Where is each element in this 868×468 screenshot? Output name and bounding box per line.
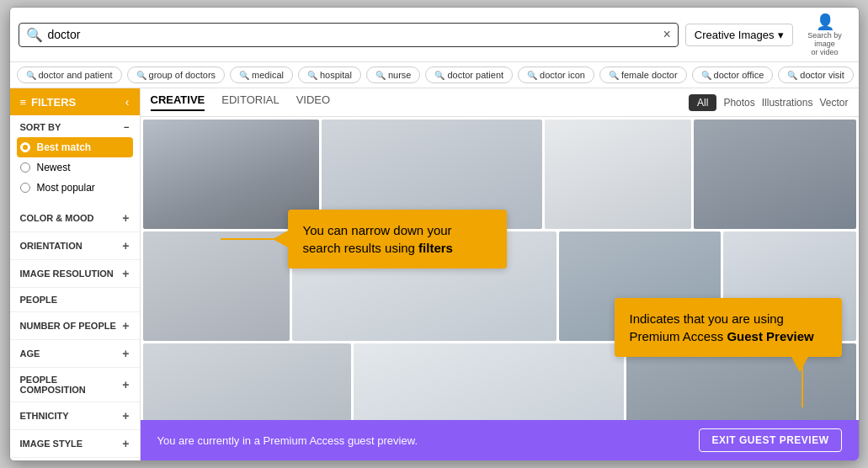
creative-images-dropdown[interactable]: Creative Images ▾ bbox=[685, 24, 793, 46]
tooltip-connector-bottom bbox=[801, 357, 803, 407]
tabs-right: All Photos Illustrations Vector bbox=[689, 94, 848, 111]
premium-tooltip: Indicates that you are using Premium Acc… bbox=[615, 298, 842, 357]
image-resolution-expand-icon: + bbox=[122, 267, 129, 280]
view-illustrations-button[interactable]: Illustrations bbox=[762, 97, 813, 109]
filters-header-left: ≡ FILTERS bbox=[20, 96, 77, 109]
premium-bold: Guest Preview bbox=[727, 329, 813, 343]
premium-banner-message: You are currently in a Premium Access gu… bbox=[157, 434, 418, 447]
image-grid: You can narrow down your search results … bbox=[141, 117, 859, 460]
search-clear-button[interactable]: × bbox=[663, 27, 671, 42]
image-resolution-header[interactable]: IMAGE RESOLUTION + bbox=[20, 267, 130, 280]
image-style-expand-icon: + bbox=[122, 437, 129, 450]
content-area: CREATIVE EDITORIAL VIDEO All Photos Illu… bbox=[141, 88, 859, 460]
tab-creative[interactable]: CREATIVE bbox=[151, 93, 205, 111]
number-of-people-section: NUMBER OF PEOPLE + bbox=[10, 312, 140, 340]
tag-group-of-doctors[interactable]: 🔍group of doctors bbox=[127, 66, 226, 83]
ethnicity-section: ETHNICITY + bbox=[10, 402, 140, 430]
people-header: PEOPLE bbox=[20, 295, 130, 305]
ethnicity-expand-icon: + bbox=[122, 409, 129, 423]
sort-best-match[interactable]: Best match bbox=[17, 137, 133, 157]
sort-by-label: SORT BY bbox=[20, 122, 61, 132]
tab-video[interactable]: VIDEO bbox=[296, 93, 330, 111]
people-composition-header[interactable]: PEOPLE COMPOSITION + bbox=[20, 375, 130, 395]
filters-tooltip: You can narrow down your search results … bbox=[288, 210, 507, 269]
age-header[interactable]: AGE + bbox=[20, 347, 130, 360]
people-composition-section: PEOPLE COMPOSITION + bbox=[10, 368, 140, 402]
tooltip-bottom-arrow bbox=[791, 357, 808, 372]
image-5[interactable] bbox=[143, 231, 290, 341]
orientation-section: ORIENTATION + bbox=[10, 232, 140, 260]
filters-header: ≡ FILTERS ‹ bbox=[10, 88, 140, 115]
search-by-image-label: Search by imageor video bbox=[800, 31, 850, 56]
tooltip-connector-left bbox=[221, 238, 288, 240]
tag-doctor-and-patient[interactable]: 🔍doctor and patient bbox=[17, 66, 122, 83]
number-of-people-expand-icon: + bbox=[122, 319, 129, 332]
filters-tooltip-text: You can narrow down your search results … bbox=[303, 223, 453, 255]
filters-bold: filters bbox=[418, 241, 453, 255]
tag-medical[interactable]: 🔍medical bbox=[230, 66, 293, 83]
main-content: ≡ FILTERS ‹ SORT BY − Best match Newest bbox=[10, 88, 859, 460]
image-style-header[interactable]: IMAGE STYLE + bbox=[20, 437, 130, 450]
sort-newest[interactable]: Newest bbox=[17, 157, 133, 178]
age-expand-icon: + bbox=[122, 347, 129, 360]
sort-most-popular[interactable]: Most popular bbox=[17, 178, 133, 198]
search-bar: 🔍 × Creative Images ▾ 👤 Search by imageo… bbox=[10, 8, 859, 62]
sort-by-section: SORT BY − bbox=[10, 115, 140, 136]
people-section: PEOPLE bbox=[10, 288, 140, 312]
chevron-down-icon: ▾ bbox=[778, 29, 784, 41]
tag-bar: 🔍doctor and patient 🔍group of doctors 🔍m… bbox=[10, 62, 859, 88]
premium-tooltip-text: Indicates that you are using Premium Acc… bbox=[630, 311, 814, 343]
tag-doctor-icon[interactable]: 🔍doctor icon bbox=[518, 66, 594, 83]
image-resolution-section: IMAGE RESOLUTION + bbox=[10, 260, 140, 288]
tag-female-doctor[interactable]: 🔍female doctor bbox=[599, 66, 687, 83]
main-window: 🔍 × Creative Images ▾ 👤 Search by imageo… bbox=[9, 7, 860, 461]
color-mood-header[interactable]: COLOR & MOOD + bbox=[20, 211, 130, 225]
filter-icon: ≡ bbox=[20, 96, 27, 109]
color-mood-expand-icon: + bbox=[122, 211, 129, 225]
image-style-section: IMAGE STYLE + bbox=[10, 430, 140, 458]
image-4[interactable] bbox=[694, 120, 855, 229]
radio-newest bbox=[20, 162, 30, 173]
view-photos-button[interactable]: Photos bbox=[723, 97, 754, 109]
search-by-image-button[interactable]: 👤 Search by imageor video bbox=[800, 13, 850, 56]
creative-images-label: Creative Images bbox=[695, 29, 775, 41]
tag-doctor-visit[interactable]: 🔍doctor visit bbox=[778, 66, 854, 83]
image-3[interactable] bbox=[545, 120, 692, 229]
tag-doctor-patient[interactable]: 🔍doctor patient bbox=[425, 66, 513, 83]
tag-nurse[interactable]: 🔍nurse bbox=[366, 66, 421, 83]
tag-doctor-office[interactable]: 🔍doctor office bbox=[692, 66, 774, 83]
view-all-button[interactable]: All bbox=[689, 94, 716, 111]
age-section: AGE + bbox=[10, 340, 140, 368]
people-composition-expand-icon: + bbox=[122, 378, 129, 391]
tab-editorial[interactable]: EDITORIAL bbox=[221, 93, 279, 111]
search-input[interactable] bbox=[48, 28, 658, 41]
content-tabs: CREATIVE EDITORIAL VIDEO All Photos Illu… bbox=[141, 88, 859, 117]
exit-guest-preview-button[interactable]: EXIT GUEST PREVIEW bbox=[699, 428, 841, 452]
orientation-expand-icon: + bbox=[122, 239, 129, 253]
camera-icon: 👤 bbox=[816, 13, 834, 31]
search-input-wrap[interactable]: 🔍 × bbox=[19, 23, 679, 47]
sidebar: ≡ FILTERS ‹ SORT BY − Best match Newest bbox=[10, 88, 141, 460]
tabs-left: CREATIVE EDITORIAL VIDEO bbox=[151, 93, 331, 111]
tag-hospital[interactable]: 🔍hospital bbox=[298, 66, 361, 83]
view-vector-button[interactable]: Vector bbox=[819, 97, 848, 109]
grid-rows bbox=[141, 117, 859, 455]
sort-by-minus-icon[interactable]: − bbox=[124, 122, 129, 132]
radio-most-popular bbox=[20, 183, 30, 193]
radio-best-match bbox=[20, 142, 30, 152]
search-icon: 🔍 bbox=[26, 27, 43, 43]
ethnicity-header[interactable]: ETHNICITY + bbox=[20, 409, 130, 423]
filters-collapse-button[interactable]: ‹ bbox=[125, 95, 130, 109]
filters-label: FILTERS bbox=[31, 96, 76, 109]
color-mood-section: COLOR & MOOD + bbox=[10, 205, 140, 232]
orientation-header[interactable]: ORIENTATION + bbox=[20, 239, 130, 253]
premium-banner: You are currently in a Premium Access gu… bbox=[141, 420, 859, 460]
color-section: COLOR + bbox=[10, 458, 140, 460]
number-of-people-header[interactable]: NUMBER OF PEOPLE + bbox=[20, 319, 130, 332]
